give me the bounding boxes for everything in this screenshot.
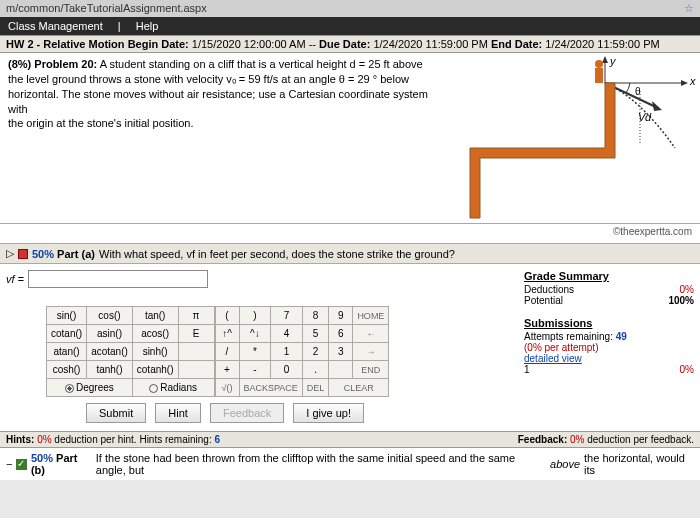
problem-diagram: y x V θ d	[440, 53, 700, 223]
key-minus[interactable]: -	[239, 361, 271, 379]
part-a-header: ▷ 50% Part (a) With what speed, vf in fe…	[0, 244, 700, 264]
part-b-header: − 50% Part (b) If the stone had been thr…	[0, 448, 700, 480]
svg-marker-4	[681, 80, 688, 86]
svg-text:d: d	[645, 111, 652, 123]
answer-input[interactable]	[28, 270, 208, 288]
key-8[interactable]: 8	[302, 307, 329, 325]
key-3[interactable]: 3	[329, 343, 353, 361]
key-atan[interactable]: atan()	[47, 343, 87, 361]
function-keypad: sin()cos()tan()π cotan()asin()acos()E at…	[46, 306, 215, 397]
begin-label: Begin Date:	[128, 38, 189, 50]
key-0[interactable]: 0	[271, 361, 303, 379]
submit-button[interactable]: Submit	[86, 403, 146, 423]
giveup-button[interactable]: I give up!	[293, 403, 364, 423]
key-9[interactable]: 9	[329, 307, 353, 325]
due-label: Due Date:	[319, 38, 370, 50]
part-a-question: With what speed, vf in feet per second, …	[99, 248, 455, 260]
end-label: End Date:	[491, 38, 542, 50]
flag-icon[interactable]	[18, 249, 28, 259]
hint-button[interactable]: Hint	[155, 403, 201, 423]
key-rparen[interactable]: )	[239, 307, 271, 325]
key-dot[interactable]: .	[302, 361, 329, 379]
grade-summary: Grade Summary Deductions0% Potential100%…	[524, 270, 694, 425]
nav-help[interactable]: Help	[136, 20, 159, 32]
key-sqrt[interactable]: √()	[215, 379, 239, 397]
problem-statement: (8%) Problem 20: A student standing on a…	[0, 53, 440, 223]
number-keypad: ()789HOME ↑^^↓456← /*123→ +-0.END √()BAC…	[215, 306, 390, 397]
work-area: vf = sin()cos()tan()π cotan()asin()acos(…	[0, 264, 700, 431]
key-asin[interactable]: asin()	[87, 325, 133, 343]
svg-marker-1	[602, 56, 608, 63]
key-cotan[interactable]: cotan()	[47, 325, 87, 343]
problem-content: (8%) Problem 20: A student standing on a…	[0, 53, 700, 224]
action-buttons: Submit Hint Feedback I give up!	[86, 403, 514, 423]
url-bar: m/common/TakeTutorialAssignment.aspx ☆	[0, 0, 700, 17]
check-icon	[16, 459, 27, 470]
mode-radians[interactable]: Radians	[132, 379, 214, 397]
svg-text:y: y	[609, 55, 617, 67]
key-tanh[interactable]: tanh()	[87, 361, 133, 379]
key-6[interactable]: 6	[329, 325, 353, 343]
key-clear[interactable]: CLEAR	[329, 379, 389, 397]
assignment-header: HW 2 - Relative Motion Begin Date: 1/15/…	[0, 35, 700, 53]
key-sinh[interactable]: sinh()	[132, 343, 178, 361]
problem-weight: (8%)	[8, 58, 31, 70]
url-text: m/common/TakeTutorialAssignment.aspx	[6, 2, 207, 15]
key-plus[interactable]: +	[215, 361, 239, 379]
key-sub[interactable]: ^↓	[239, 325, 271, 343]
key-tan[interactable]: tan()	[132, 307, 178, 325]
key-5[interactable]: 5	[302, 325, 329, 343]
key-backspace[interactable]: BACKSPACE	[239, 379, 302, 397]
key-7[interactable]: 7	[271, 307, 303, 325]
key-lparen[interactable]: (	[215, 307, 239, 325]
due-date: 1/24/2020 11:59:00 PM	[373, 38, 487, 50]
nav-separator: |	[118, 20, 121, 32]
collapse-icon[interactable]: −	[6, 458, 12, 470]
key-sup[interactable]: ↑^	[215, 325, 239, 343]
mode-degrees[interactable]: Degrees	[47, 379, 133, 397]
key-div[interactable]: /	[215, 343, 239, 361]
key-e[interactable]: E	[178, 325, 214, 343]
summary-title: Grade Summary	[524, 270, 694, 282]
svg-point-11	[595, 60, 603, 68]
key-cotanh[interactable]: cotanh()	[132, 361, 178, 379]
detailed-view-link[interactable]: detailed view	[524, 353, 694, 364]
copyright-text: ©theexpertta.com	[0, 224, 700, 244]
key-acotan[interactable]: acotan()	[87, 343, 133, 361]
answer-row: vf =	[6, 270, 514, 288]
key-sin[interactable]: sin()	[47, 307, 87, 325]
key-right[interactable]: →	[353, 343, 389, 361]
favorite-star-icon[interactable]: ☆	[684, 2, 694, 15]
key-4[interactable]: 4	[271, 325, 303, 343]
svg-rect-10	[595, 68, 603, 83]
key-left[interactable]: ←	[353, 325, 389, 343]
key-cosh[interactable]: cosh()	[47, 361, 87, 379]
svg-text:x: x	[689, 75, 696, 87]
key-home[interactable]: HOME	[353, 307, 389, 325]
key-del[interactable]: DEL	[302, 379, 329, 397]
key-cos[interactable]: cos()	[87, 307, 133, 325]
key-pi[interactable]: π	[178, 307, 214, 325]
key-acos[interactable]: acos()	[132, 325, 178, 343]
begin-date: 1/15/2020 12:00:00 AM	[192, 38, 306, 50]
key-end[interactable]: END	[353, 361, 389, 379]
nav-bar: Class Management | Help	[0, 17, 700, 35]
hints-footer: Hints: 0% deduction per hint. Hints rema…	[0, 431, 700, 448]
problem-label: Problem 20:	[34, 58, 97, 70]
key-1[interactable]: 1	[271, 343, 303, 361]
nav-class-management[interactable]: Class Management	[8, 20, 103, 32]
answer-variable: vf =	[6, 273, 24, 285]
feedback-button[interactable]: Feedback	[210, 403, 284, 423]
hw-title: HW 2 - Relative Motion	[6, 38, 125, 50]
end-date: 1/24/2020 11:59:00 PM	[545, 38, 659, 50]
submissions-title: Submissions	[524, 317, 694, 329]
key-2[interactable]: 2	[302, 343, 329, 361]
keypad: sin()cos()tan()π cotan()asin()acos()E at…	[46, 306, 514, 397]
expand-icon[interactable]: ▷	[6, 247, 14, 260]
svg-marker-7	[652, 101, 662, 111]
key-mul[interactable]: *	[239, 343, 271, 361]
